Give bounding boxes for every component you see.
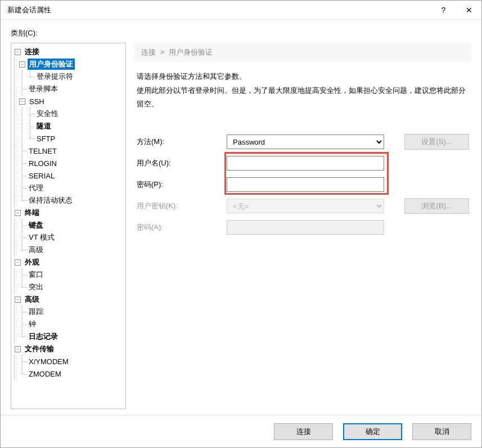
tree-item-terminal[interactable]: − 终端 — [11, 207, 125, 219]
description: 请选择身份验证方法和其它参数。 使用此部分以节省登录时间。但是，为了最大限度地提… — [137, 70, 469, 111]
password-label: 密码(P): — [137, 180, 227, 190]
tree-item-log[interactable]: 日志记录 — [11, 330, 125, 343]
username-label: 用户名(U): — [137, 158, 227, 168]
main-area: − 连接 − 用户身份验证 — [11, 43, 471, 409]
breadcrumb-part: 连接 — [141, 48, 156, 56]
cancel-button[interactable]: 取消 — [412, 423, 471, 440]
userkey-select: <无> — [227, 199, 384, 213]
collapse-icon[interactable]: − — [19, 98, 25, 105]
tree-item-login-script[interactable]: 登录脚本 — [11, 83, 125, 95]
collapse-icon[interactable]: − — [15, 259, 21, 266]
tree-item-window[interactable]: 窗口 — [11, 268, 125, 281]
auth-form: 方法(M): Password 设置(S)... 用户名(U): — [137, 134, 469, 241]
settings-button[interactable]: 设置(S)... — [404, 134, 469, 150]
category-tree[interactable]: − 连接 − 用户身份验证 — [11, 43, 126, 409]
collapse-icon[interactable]: − — [15, 210, 21, 216]
breadcrumb-sep: > — [160, 48, 165, 56]
tree-item-login-prompt[interactable]: 登录提示符 — [11, 70, 125, 83]
username-input[interactable] — [227, 156, 384, 171]
tree-item-keepalive[interactable]: 保持活动状态 — [11, 194, 125, 207]
tree-item-vtmode[interactable]: VT 模式 — [11, 231, 125, 244]
tree-item-connection[interactable]: − 连接 — [11, 46, 125, 58]
tree-item-user-auth[interactable]: − 用户身份验证 — [11, 58, 125, 70]
tree-item-appearance[interactable]: − 外观 — [11, 256, 125, 268]
tree-item-advanced[interactable]: − 高级 — [11, 293, 125, 306]
password-input[interactable] — [227, 177, 384, 192]
tree-item-proxy[interactable]: 代理 — [11, 182, 125, 194]
method-label: 方法(M): — [137, 137, 227, 147]
collapse-icon[interactable]: − — [19, 61, 25, 68]
tree-item-term-advanced[interactable]: 高级 — [11, 244, 125, 256]
tree-item-serial[interactable]: SERIAL — [11, 169, 125, 182]
tree-item-ssh[interactable]: − SSH — [11, 95, 125, 107]
tree-item-tunnel[interactable]: 隧道 — [11, 120, 125, 132]
tree-item-telnet[interactable]: TELNET — [11, 145, 125, 157]
collapse-icon[interactable]: − — [15, 49, 21, 55]
desc-line1: 请选择身份验证方法和其它参数。 — [137, 70, 469, 84]
connect-button[interactable]: 连接 — [274, 423, 333, 440]
tree-item-xymodem[interactable]: X/YMODEM — [11, 355, 125, 368]
ok-button[interactable]: 确定 — [343, 423, 402, 440]
titlebar: 新建会话属性 ? ✕ — [1, 1, 481, 20]
userkey-label: 用户密钥(K): — [137, 201, 227, 211]
close-button[interactable]: ✕ — [456, 1, 481, 20]
method-select[interactable]: Password — [227, 135, 384, 149]
tree-item-rlogin[interactable]: RLOGIN — [11, 157, 125, 169]
browse-button[interactable]: 浏览(B)... — [404, 198, 469, 214]
help-button[interactable]: ? — [431, 1, 456, 20]
tree-item-bell[interactable]: 钟 — [11, 318, 125, 330]
tree-item-security[interactable]: 安全性 — [11, 107, 125, 120]
dialog-body: 类别(C): − 连接 — [1, 20, 481, 415]
dialog-window: 新建会话属性 ? ✕ 类别(C): − 连接 — [0, 0, 482, 448]
tree-item-trace[interactable]: 跟踪 — [11, 306, 125, 318]
tree-item-highlight[interactable]: 突出 — [11, 281, 125, 293]
passphrase-input — [227, 220, 384, 235]
collapse-icon[interactable]: − — [15, 297, 21, 303]
tree-item-zmodem[interactable]: ZMODEM — [11, 368, 125, 380]
tree-item-keyboard[interactable]: 键盘 — [11, 219, 125, 231]
tree-item-filetransfer[interactable]: − 文件传输 — [11, 343, 125, 355]
desc-line2: 使用此部分以节省登录时间。但是，为了最大限度地提高安全性，如果担心安全问题，建议… — [137, 84, 469, 111]
window-title: 新建会话属性 — [7, 5, 431, 15]
passphrase-label: 密码(A): — [137, 222, 227, 232]
collapse-icon[interactable]: − — [15, 346, 21, 352]
tree-item-sftp[interactable]: SFTP — [11, 132, 125, 145]
breadcrumb-part: 用户身份验证 — [169, 48, 213, 56]
content-panel: 连接 > 用户身份验证 请选择身份验证方法和其它参数。 使用此部分以节省登录时间… — [134, 43, 471, 409]
dialog-footer: 连接 确定 取消 — [1, 415, 481, 447]
breadcrumb: 连接 > 用户身份验证 — [134, 43, 471, 62]
category-label: 类别(C): — [11, 28, 471, 38]
